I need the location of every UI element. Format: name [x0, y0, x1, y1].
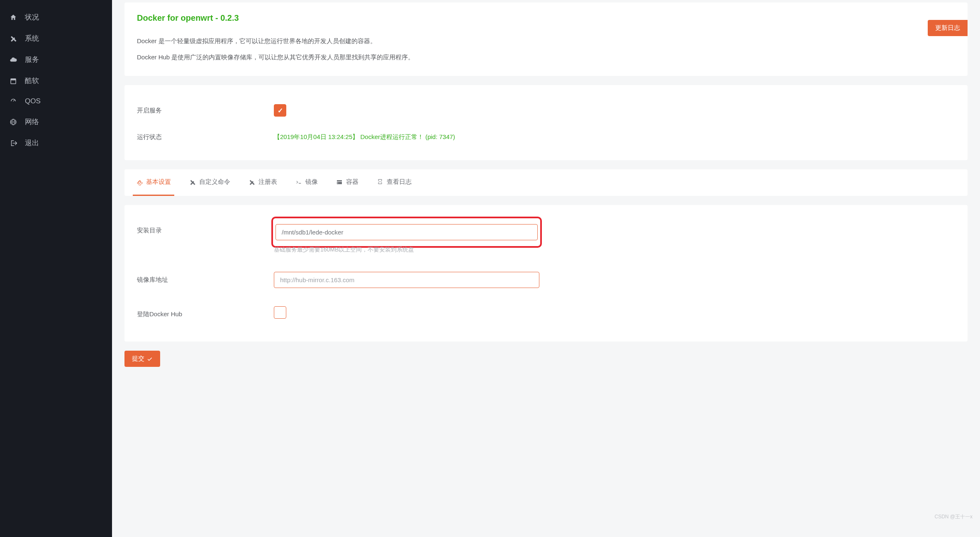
runtime-status-label: 运行状态 [137, 133, 274, 141]
sidebar-item-logout[interactable]: 退出 [0, 132, 112, 154]
enable-service-label: 开启服务 [137, 107, 274, 115]
install-dir-hint: 基础服务最少需要160MB以上空间，不要安装到系统盘 [274, 246, 539, 254]
enable-service-checkbox[interactable] [274, 104, 286, 117]
submit-button-label: 提交 [132, 355, 144, 363]
mirror-url-input[interactable] [274, 272, 539, 288]
watermark: CSDN @王十一x [934, 513, 973, 520]
gear-icon [136, 179, 143, 186]
sidebar: 状况 系统 服务 酷软 QOS [0, 0, 112, 537]
hourglass-icon [377, 179, 383, 186]
calendar-icon [9, 77, 17, 85]
sidebar-item-status[interactable]: 状况 [0, 7, 112, 28]
login-docker-label: 登陆Docker Hub [137, 306, 274, 318]
gauge-icon [9, 97, 17, 105]
check-icon [147, 356, 153, 362]
tab-label: 查看日志 [387, 178, 412, 186]
header-panel: Docker for openwrt - 0.2.3 Docker 是一个轻量级… [124, 2, 968, 76]
runtime-status-text: 【2019年10月04日 13:24:25】 Docker进程运行正常！ (pi… [274, 133, 455, 140]
mirror-url-label: 镜像库地址 [137, 272, 274, 284]
tab-label: 自定义命令 [199, 178, 230, 186]
sidebar-item-label: 退出 [25, 138, 39, 148]
sidebar-item-system[interactable]: 系统 [0, 28, 112, 49]
main-content: Docker for openwrt - 0.2.3 Docker 是一个轻量级… [112, 0, 980, 537]
install-dir-input[interactable] [275, 224, 538, 240]
install-dir-label: 安装目录 [137, 222, 274, 234]
container-icon [336, 179, 343, 186]
sidebar-item-label: 网络 [25, 117, 39, 127]
sidebar-item-apps[interactable]: 酷软 [0, 70, 112, 91]
sidebar-item-qos[interactable]: QOS [0, 91, 112, 111]
tab-label: 基本设置 [146, 178, 171, 186]
logout-icon [9, 139, 17, 147]
desc-line: Docker Hub 是使用广泛的内置映像存储库，可以让您从其它优秀开发人员那里… [137, 49, 955, 65]
header-description: Docker 是一个轻量级虚拟应用程序，它可以让您运行世界各地的开发人员创建的容… [137, 33, 955, 65]
status-panel: 开启服务 运行状态 【2019年10月04日 13:24:25】 Docker进… [124, 85, 968, 160]
tab-images[interactable]: 镜像 [292, 169, 321, 196]
login-docker-checkbox[interactable] [274, 306, 286, 319]
settings-panel: 安装目录 基础服务最少需要160MB以上空间，不要安装到系统盘 镜像库地址 登陆… [124, 205, 968, 342]
cloud-icon [9, 56, 17, 64]
tabs: 基本设置 自定义命令 注册表 镜像 容器 查看日志 [124, 169, 968, 196]
tools-icon [189, 179, 196, 186]
tools-icon [249, 179, 255, 186]
desc-line: Docker 是一个轻量级虚拟应用程序，它可以让您运行世界各地的开发人员创建的容… [137, 33, 955, 49]
tab-custom-commands[interactable]: 自定义命令 [186, 169, 234, 196]
tab-label: 容器 [346, 178, 358, 186]
tab-registry[interactable]: 注册表 [245, 169, 280, 196]
page-title: Docker for openwrt - 0.2.3 [137, 13, 955, 23]
update-log-button[interactable]: 更新日志 [928, 20, 968, 36]
tab-basic-settings[interactable]: 基本设置 [133, 169, 174, 196]
tab-label: 注册表 [258, 178, 277, 186]
home-icon [9, 13, 17, 22]
tools-icon [9, 34, 17, 43]
globe-icon [9, 118, 17, 126]
sidebar-item-services[interactable]: 服务 [0, 49, 112, 70]
terminal-icon [295, 179, 302, 186]
sidebar-item-label: 服务 [25, 55, 39, 64]
tab-containers[interactable]: 容器 [333, 169, 362, 196]
sidebar-item-label: QOS [25, 97, 41, 105]
sidebar-item-label: 酷软 [25, 76, 39, 85]
sidebar-item-network[interactable]: 网络 [0, 111, 112, 132]
submit-button[interactable]: 提交 [124, 351, 160, 367]
tab-logs[interactable]: 查看日志 [373, 169, 415, 196]
highlight-annotation [271, 217, 542, 248]
sidebar-item-label: 状况 [25, 12, 39, 22]
sidebar-item-label: 系统 [25, 34, 39, 43]
tab-label: 镜像 [305, 178, 318, 186]
